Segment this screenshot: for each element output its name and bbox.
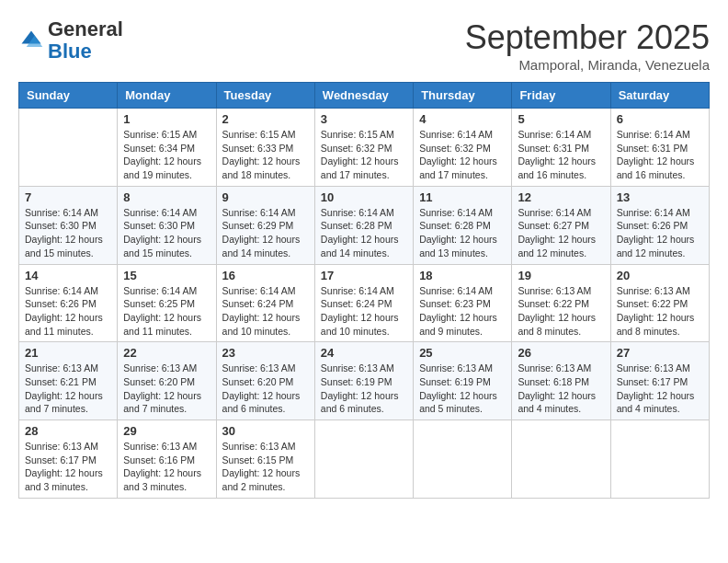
- calendar-cell: 26Sunrise: 6:13 AMSunset: 6:18 PMDayligh…: [512, 342, 610, 420]
- calendar-cell: 24Sunrise: 6:13 AMSunset: 6:19 PMDayligh…: [314, 342, 413, 420]
- day-info: Sunrise: 6:14 AMSunset: 6:24 PMDaylight:…: [222, 284, 309, 339]
- month-title: September 2025: [465, 18, 710, 57]
- calendar-week-3: 14Sunrise: 6:14 AMSunset: 6:26 PMDayligh…: [19, 264, 710, 342]
- day-info: Sunrise: 6:13 AMSunset: 6:19 PMDaylight:…: [419, 362, 506, 416]
- calendar-cell: 10Sunrise: 6:14 AMSunset: 6:28 PMDayligh…: [314, 186, 413, 264]
- day-info: Sunrise: 6:13 AMSunset: 6:21 PMDaylight:…: [25, 362, 111, 416]
- calendar-cell: 7Sunrise: 6:14 AMSunset: 6:30 PMDaylight…: [19, 186, 118, 264]
- calendar-cell: 25Sunrise: 6:13 AMSunset: 6:19 PMDayligh…: [414, 342, 512, 420]
- calendar-cell: 13Sunrise: 6:14 AMSunset: 6:26 PMDayligh…: [610, 186, 709, 264]
- calendar-cell: 4Sunrise: 6:14 AMSunset: 6:32 PMDaylight…: [414, 109, 512, 187]
- day-info: Sunrise: 6:14 AMSunset: 6:28 PMDaylight:…: [419, 206, 506, 260]
- day-number: 26: [518, 346, 604, 360]
- calendar-cell: 23Sunrise: 6:13 AMSunset: 6:20 PMDayligh…: [216, 342, 314, 420]
- day-info: Sunrise: 6:14 AMSunset: 6:26 PMDaylight:…: [617, 206, 703, 260]
- day-number: 11: [419, 190, 506, 204]
- calendar-week-5: 28Sunrise: 6:13 AMSunset: 6:17 PMDayligh…: [19, 420, 710, 499]
- header-sunday: Sunday: [19, 83, 118, 109]
- day-number: 25: [419, 346, 506, 360]
- header-friday: Friday: [512, 83, 610, 109]
- day-number: 10: [321, 190, 407, 204]
- day-info: Sunrise: 6:13 AMSunset: 6:20 PMDaylight:…: [222, 362, 309, 416]
- calendar-cell: [512, 420, 610, 499]
- header-monday: Monday: [118, 83, 216, 109]
- calendar-cell: [610, 420, 709, 499]
- day-info: Sunrise: 6:14 AMSunset: 6:31 PMDaylight:…: [518, 128, 604, 182]
- day-info: Sunrise: 6:13 AMSunset: 6:15 PMDaylight:…: [222, 440, 309, 494]
- day-number: 24: [321, 346, 407, 360]
- calendar-cell: 12Sunrise: 6:14 AMSunset: 6:27 PMDayligh…: [512, 186, 610, 264]
- day-number: 23: [222, 346, 309, 360]
- calendar-cell: 3Sunrise: 6:15 AMSunset: 6:32 PMDaylight…: [314, 109, 413, 187]
- header-saturday: Saturday: [610, 83, 709, 109]
- day-number: 27: [617, 346, 703, 360]
- calendar-cell: [19, 109, 118, 187]
- day-number: 13: [617, 190, 703, 204]
- calendar-cell: 16Sunrise: 6:14 AMSunset: 6:24 PMDayligh…: [216, 264, 314, 342]
- calendar-cell: 29Sunrise: 6:13 AMSunset: 6:16 PMDayligh…: [118, 420, 216, 499]
- day-info: Sunrise: 6:14 AMSunset: 6:29 PMDaylight:…: [222, 206, 309, 260]
- calendar-cell: 9Sunrise: 6:14 AMSunset: 6:29 PMDaylight…: [216, 186, 314, 264]
- calendar-cell: 6Sunrise: 6:14 AMSunset: 6:31 PMDaylight…: [610, 109, 709, 187]
- header-thursday: Thursday: [414, 83, 512, 109]
- calendar-cell: 20Sunrise: 6:13 AMSunset: 6:22 PMDayligh…: [610, 264, 709, 342]
- day-number: 15: [123, 269, 210, 282]
- day-number: 19: [518, 269, 604, 282]
- calendar-week-4: 21Sunrise: 6:13 AMSunset: 6:21 PMDayligh…: [19, 342, 710, 420]
- day-number: 7: [25, 190, 111, 204]
- day-number: 5: [518, 112, 604, 126]
- day-number: 2: [222, 112, 309, 126]
- calendar-table: SundayMondayTuesdayWednesdayThursdayFrid…: [18, 82, 710, 499]
- day-info: Sunrise: 6:15 AMSunset: 6:34 PMDaylight:…: [123, 128, 210, 182]
- day-info: Sunrise: 6:13 AMSunset: 6:22 PMDaylight:…: [518, 284, 604, 339]
- day-info: Sunrise: 6:14 AMSunset: 6:31 PMDaylight:…: [617, 128, 703, 182]
- calendar-cell: [314, 420, 413, 499]
- day-info: Sunrise: 6:14 AMSunset: 6:28 PMDaylight:…: [321, 206, 407, 260]
- location-subtitle: Mamporal, Miranda, Venezuela: [465, 57, 710, 73]
- calendar-cell: 15Sunrise: 6:14 AMSunset: 6:25 PMDayligh…: [118, 264, 216, 342]
- day-info: Sunrise: 6:13 AMSunset: 6:19 PMDaylight:…: [321, 362, 407, 416]
- day-number: 20: [617, 269, 703, 282]
- day-info: Sunrise: 6:13 AMSunset: 6:18 PMDaylight:…: [518, 362, 604, 416]
- day-info: Sunrise: 6:14 AMSunset: 6:26 PMDaylight:…: [25, 284, 111, 339]
- day-number: 28: [25, 424, 111, 438]
- calendar-cell: 8Sunrise: 6:14 AMSunset: 6:30 PMDaylight…: [118, 186, 216, 264]
- header-wednesday: Wednesday: [314, 83, 413, 109]
- day-number: 16: [222, 269, 309, 282]
- day-info: Sunrise: 6:14 AMSunset: 6:27 PMDaylight:…: [518, 206, 604, 260]
- day-info: Sunrise: 6:14 AMSunset: 6:30 PMDaylight:…: [25, 206, 111, 260]
- day-number: 17: [321, 269, 407, 282]
- day-info: Sunrise: 6:14 AMSunset: 6:24 PMDaylight:…: [321, 284, 407, 339]
- calendar-cell: 19Sunrise: 6:13 AMSunset: 6:22 PMDayligh…: [512, 264, 610, 342]
- calendar-cell: 22Sunrise: 6:13 AMSunset: 6:20 PMDayligh…: [118, 342, 216, 420]
- day-number: 1: [123, 112, 210, 126]
- calendar-cell: [414, 420, 512, 499]
- calendar-header-row: SundayMondayTuesdayWednesdayThursdayFrid…: [19, 83, 710, 109]
- day-info: Sunrise: 6:14 AMSunset: 6:30 PMDaylight:…: [123, 206, 210, 260]
- day-info: Sunrise: 6:15 AMSunset: 6:32 PMDaylight:…: [321, 128, 407, 182]
- day-info: Sunrise: 6:13 AMSunset: 6:17 PMDaylight:…: [617, 362, 703, 416]
- calendar-cell: 27Sunrise: 6:13 AMSunset: 6:17 PMDayligh…: [610, 342, 709, 420]
- day-info: Sunrise: 6:14 AMSunset: 6:32 PMDaylight:…: [419, 128, 506, 182]
- day-number: 30: [222, 424, 309, 438]
- calendar-cell: 5Sunrise: 6:14 AMSunset: 6:31 PMDaylight…: [512, 109, 610, 187]
- day-number: 9: [222, 190, 309, 204]
- calendar-cell: 28Sunrise: 6:13 AMSunset: 6:17 PMDayligh…: [19, 420, 118, 499]
- day-info: Sunrise: 6:13 AMSunset: 6:20 PMDaylight:…: [123, 362, 210, 416]
- logo-text: General Blue: [48, 18, 123, 63]
- day-number: 14: [25, 269, 111, 282]
- day-number: 6: [617, 112, 703, 126]
- calendar-cell: 11Sunrise: 6:14 AMSunset: 6:28 PMDayligh…: [414, 186, 512, 264]
- calendar-week-1: 1Sunrise: 6:15 AMSunset: 6:34 PMDaylight…: [19, 109, 710, 187]
- calendar-cell: 2Sunrise: 6:15 AMSunset: 6:33 PMDaylight…: [216, 109, 314, 187]
- day-info: Sunrise: 6:14 AMSunset: 6:23 PMDaylight:…: [419, 284, 506, 339]
- day-number: 4: [419, 112, 506, 126]
- calendar-cell: 30Sunrise: 6:13 AMSunset: 6:15 PMDayligh…: [216, 420, 314, 499]
- day-info: Sunrise: 6:15 AMSunset: 6:33 PMDaylight:…: [222, 128, 309, 182]
- day-info: Sunrise: 6:13 AMSunset: 6:22 PMDaylight:…: [617, 284, 703, 339]
- logo: General Blue: [18, 18, 123, 63]
- day-number: 29: [123, 424, 210, 438]
- day-number: 21: [25, 346, 111, 360]
- title-block: September 2025 Mamporal, Miranda, Venezu…: [465, 18, 710, 73]
- calendar-week-2: 7Sunrise: 6:14 AMSunset: 6:30 PMDaylight…: [19, 186, 710, 264]
